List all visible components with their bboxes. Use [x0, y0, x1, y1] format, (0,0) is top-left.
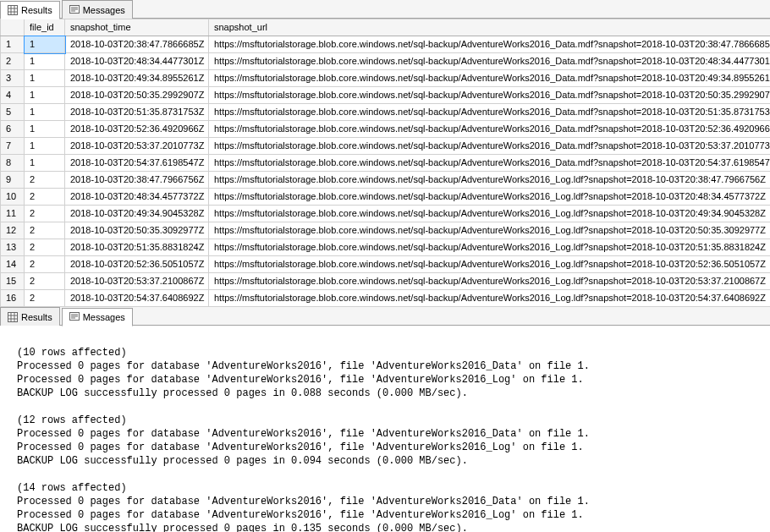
message-line: BACKUP LOG successfully processed 0 page… — [17, 523, 468, 532]
row-number[interactable]: 7 — [1, 138, 25, 155]
table-row[interactable]: 312018-10-03T20:49:34.8955261Zhttps://ms… — [1, 70, 771, 87]
table-row[interactable]: 1622018-10-03T20:54:37.6408692Zhttps://m… — [1, 290, 771, 307]
row-number[interactable]: 1 — [1, 36, 25, 53]
cell-snapshot-time[interactable]: 2018-10-03T20:48:34.4477301Z — [65, 53, 209, 70]
cell-file-id[interactable]: 2 — [25, 222, 65, 239]
cell-snapshot-url[interactable]: https://msftutorialstorage.blob.core.win… — [209, 172, 771, 189]
cell-snapshot-url[interactable]: https://msftutorialstorage.blob.core.win… — [209, 138, 771, 155]
cell-snapshot-url[interactable]: https://msftutorialstorage.blob.core.win… — [209, 53, 771, 70]
row-number[interactable]: 9 — [1, 172, 25, 189]
cell-file-id[interactable]: 1 — [25, 121, 65, 138]
cell-file-id[interactable]: 2 — [25, 273, 65, 290]
table-row[interactable]: 212018-10-03T20:48:34.4477301Zhttps://ms… — [1, 53, 771, 70]
row-number[interactable]: 15 — [1, 273, 25, 290]
cell-snapshot-time[interactable]: 2018-10-03T20:54:37.6198547Z — [65, 155, 209, 172]
table-row[interactable]: 1322018-10-03T20:51:35.8831824Zhttps://m… — [1, 239, 771, 256]
cell-snapshot-time[interactable]: 2018-10-03T20:38:47.7866685Z — [65, 36, 209, 53]
tab-results[interactable]: Results — [0, 1, 60, 19]
message-line: (14 rows affected) — [17, 482, 127, 494]
cell-snapshot-time[interactable]: 2018-10-03T20:51:35.8831824Z — [65, 239, 209, 256]
cell-file-id[interactable]: 2 — [25, 290, 65, 307]
cell-snapshot-time[interactable]: 2018-10-03T20:49:34.8955261Z — [65, 70, 209, 87]
table-row[interactable]: 1422018-10-03T20:52:36.5051057Zhttps://m… — [1, 256, 771, 273]
cell-snapshot-time[interactable]: 2018-10-03T20:50:35.3092977Z — [65, 222, 209, 239]
cell-file-id[interactable]: 2 — [25, 189, 65, 206]
row-number[interactable]: 4 — [1, 87, 25, 104]
row-number[interactable]: 3 — [1, 70, 25, 87]
row-number[interactable]: 14 — [1, 256, 25, 273]
cell-snapshot-url[interactable]: https://msftutorialstorage.blob.core.win… — [209, 273, 771, 290]
messages-icon — [69, 5, 80, 15]
cell-snapshot-time[interactable]: 2018-10-03T20:53:37.2010773Z — [65, 138, 209, 155]
tab-messages-2[interactable]: Messages — [62, 308, 133, 326]
cell-snapshot-time[interactable]: 2018-10-03T20:52:36.5051057Z — [65, 256, 209, 273]
cell-snapshot-time[interactable]: 2018-10-03T20:51:35.8731753Z — [65, 104, 209, 121]
cell-file-id[interactable]: 1 — [25, 138, 65, 155]
cell-snapshot-url[interactable]: https://msftutorialstorage.blob.core.win… — [209, 121, 771, 138]
messages-icon — [69, 312, 80, 322]
col-snapshot-time[interactable]: snapshot_time — [65, 19, 209, 36]
table-row[interactable]: 1022018-10-03T20:48:34.4577372Zhttps://m… — [1, 189, 771, 206]
cell-snapshot-url[interactable]: https://msftutorialstorage.blob.core.win… — [209, 87, 771, 104]
table-row[interactable]: 1122018-10-03T20:49:34.9045328Zhttps://m… — [1, 206, 771, 222]
cell-snapshot-time[interactable]: 2018-10-03T20:52:36.4920966Z — [65, 121, 209, 138]
cell-snapshot-time[interactable]: 2018-10-03T20:38:47.7966756Z — [65, 172, 209, 189]
cell-snapshot-url[interactable]: https://msftutorialstorage.blob.core.win… — [209, 104, 771, 121]
cell-snapshot-url[interactable]: https://msftutorialstorage.blob.core.win… — [209, 222, 771, 239]
cell-file-id[interactable]: 1 — [25, 155, 65, 172]
row-number[interactable]: 6 — [1, 121, 25, 138]
messages-pane[interactable]: (10 rows affected) Processed 0 pages for… — [0, 326, 770, 532]
grid-icon — [8, 312, 18, 322]
results-grid[interactable]: file_id snapshot_time snapshot_url 11201… — [0, 19, 770, 307]
table-row[interactable]: 112018-10-03T20:38:47.7866685Zhttps://ms… — [1, 36, 771, 53]
cell-snapshot-time[interactable]: 2018-10-03T20:48:34.4577372Z — [65, 189, 209, 206]
table-row[interactable]: 512018-10-03T20:51:35.8731753Zhttps://ms… — [1, 104, 771, 121]
row-number[interactable]: 5 — [1, 104, 25, 121]
cell-file-id[interactable]: 2 — [25, 172, 65, 189]
row-number[interactable]: 10 — [1, 189, 25, 206]
row-number[interactable]: 12 — [1, 222, 25, 239]
table-row[interactable]: 412018-10-03T20:50:35.2992907Zhttps://ms… — [1, 87, 771, 104]
table-row[interactable]: 922018-10-03T20:38:47.7966756Zhttps://ms… — [1, 172, 771, 189]
cell-snapshot-url[interactable]: https://msftutorialstorage.blob.core.win… — [209, 206, 771, 222]
tab-messages[interactable]: Messages — [62, 0, 133, 19]
results-tabstrip-bottom: Results Messages — [0, 307, 770, 326]
cell-snapshot-time[interactable]: 2018-10-03T20:50:35.2992907Z — [65, 87, 209, 104]
message-line: BACKUP LOG successfully processed 0 page… — [17, 455, 468, 467]
cell-snapshot-time[interactable]: 2018-10-03T20:54:37.6408692Z — [65, 290, 209, 307]
table-row[interactable]: 612018-10-03T20:52:36.4920966Zhttps://ms… — [1, 121, 771, 138]
table-row[interactable]: 1522018-10-03T20:53:37.2100867Zhttps://m… — [1, 273, 771, 290]
col-snapshot-url[interactable]: snapshot_url — [209, 19, 771, 36]
table-row[interactable]: 1222018-10-03T20:50:35.3092977Zhttps://m… — [1, 222, 771, 239]
cell-snapshot-url[interactable]: https://msftutorialstorage.blob.core.win… — [209, 155, 771, 172]
cell-file-id[interactable]: 1 — [25, 70, 65, 87]
tab-results-2[interactable]: Results — [0, 307, 60, 326]
row-number[interactable]: 2 — [1, 53, 25, 70]
cell-file-id[interactable]: 2 — [25, 206, 65, 222]
row-number[interactable]: 13 — [1, 239, 25, 256]
row-number[interactable]: 16 — [1, 290, 25, 307]
grid-icon — [8, 5, 18, 15]
table-row[interactable]: 812018-10-03T20:54:37.6198547Zhttps://ms… — [1, 155, 771, 172]
cell-snapshot-url[interactable]: https://msftutorialstorage.blob.core.win… — [209, 256, 771, 273]
cell-snapshot-url[interactable]: https://msftutorialstorage.blob.core.win… — [209, 239, 771, 256]
cell-file-id[interactable]: 1 — [25, 104, 65, 121]
cell-file-id[interactable]: 1 — [25, 36, 65, 53]
cell-snapshot-url[interactable]: https://msftutorialstorage.blob.core.win… — [209, 70, 771, 87]
col-rownum[interactable] — [1, 19, 25, 36]
row-number[interactable]: 11 — [1, 206, 25, 222]
cell-file-id[interactable]: 1 — [25, 53, 65, 70]
message-line: Processed 0 pages for database 'Adventur… — [17, 360, 590, 372]
svg-rect-0 — [8, 6, 18, 15]
cell-snapshot-url[interactable]: https://msftutorialstorage.blob.core.win… — [209, 189, 771, 206]
col-file-id[interactable]: file_id — [25, 19, 65, 36]
cell-snapshot-url[interactable]: https://msftutorialstorage.blob.core.win… — [209, 36, 771, 53]
cell-file-id[interactable]: 1 — [25, 87, 65, 104]
table-row[interactable]: 712018-10-03T20:53:37.2010773Zhttps://ms… — [1, 138, 771, 155]
cell-snapshot-time[interactable]: 2018-10-03T20:49:34.9045328Z — [65, 206, 209, 222]
cell-snapshot-url[interactable]: https://msftutorialstorage.blob.core.win… — [209, 290, 771, 307]
cell-file-id[interactable]: 2 — [25, 239, 65, 256]
cell-file-id[interactable]: 2 — [25, 256, 65, 273]
cell-snapshot-time[interactable]: 2018-10-03T20:53:37.2100867Z — [65, 273, 209, 290]
row-number[interactable]: 8 — [1, 155, 25, 172]
